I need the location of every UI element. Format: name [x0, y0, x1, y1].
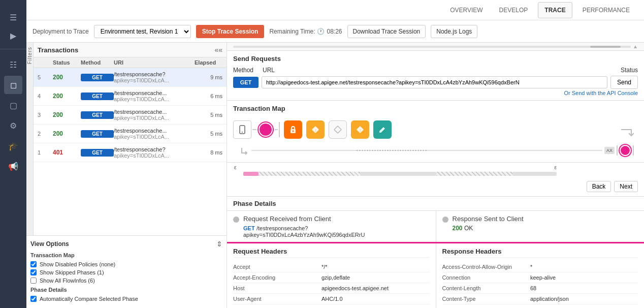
- sidebar-monitor-icon[interactable]: ▢: [4, 96, 22, 114]
- flow-phone-icon: [233, 120, 251, 139]
- status-label-header: Status: [621, 67, 638, 74]
- request-headers-title: Request Headers: [233, 248, 430, 258]
- circle-indicator: [259, 122, 273, 137]
- flow-routing2-icon[interactable]: ↕: [351, 120, 369, 139]
- remaining-time: Remaining Time: 🕐 08:26: [269, 28, 342, 35]
- timeline-bar-striped: [259, 172, 360, 176]
- show-disabled-checkbox[interactable]: [30, 261, 37, 267]
- table-row[interactable]: 5 200 GET /testresponsecache? apikey=sTI…: [34, 68, 227, 87]
- row-method-btn[interactable]: GET: [81, 111, 114, 119]
- phase-details-header: Phase Details: [227, 197, 644, 211]
- send-requests-title: Send Requests: [233, 55, 638, 63]
- header-value: 68: [530, 283, 638, 294]
- return-line: [251, 150, 602, 151]
- auto-compare-checkbox[interactable]: [30, 296, 37, 302]
- table-row[interactable]: 3 200 GET /testresponsecache... apikey=s…: [34, 106, 227, 125]
- next-button[interactable]: Next: [614, 181, 638, 192]
- transactions-table: 5 200 GET /testresponsecache? apikey=sTI…: [34, 68, 227, 235]
- nodejs-logs-button[interactable]: Node.js Logs: [431, 25, 477, 38]
- nav-develop[interactable]: DEVELOP: [493, 3, 534, 18]
- table-row[interactable]: 4 200 GET /testresponsecache... apikey=s…: [34, 87, 227, 106]
- flow-sep-vert: [617, 145, 618, 156]
- sidebar-publish-icon[interactable]: 📢: [4, 157, 22, 175]
- sidebar-learn-icon[interactable]: 🎓: [4, 137, 22, 155]
- svg-text:↕: ↕: [314, 128, 316, 133]
- flow-edit-icon[interactable]: [373, 120, 392, 139]
- header-value: application/json: [530, 294, 638, 304]
- transactions-panel: Transactions «« Status Method URI Elapse…: [34, 43, 227, 235]
- clock-icon: 🕐: [317, 28, 325, 35]
- header-value: gzip,deflate: [321, 272, 430, 283]
- nav-performance[interactable]: PERFORMANCE: [576, 3, 636, 18]
- row-status: 200: [53, 74, 81, 81]
- send-button[interactable]: Send: [610, 76, 638, 89]
- download-trace-button[interactable]: Download Trace Session: [347, 25, 426, 38]
- row-method-btn[interactable]: GET: [81, 74, 114, 81]
- header-name: Content-Type: [442, 294, 530, 304]
- transaction-map-section-title: Transaction Map: [30, 252, 222, 258]
- stop-trace-button[interactable]: Stop Trace Session: [196, 25, 265, 38]
- transactions-collapse-btn[interactable]: ««: [214, 46, 222, 54]
- header-value: keep-alive: [530, 272, 638, 283]
- svg-text:↕: ↕: [359, 128, 361, 133]
- header-value: apigeedocs-test.apigee.net: [321, 283, 430, 294]
- url-input[interactable]: [262, 76, 607, 88]
- flow-sep-vert2: [633, 145, 634, 156]
- send-method-button[interactable]: GET: [233, 77, 259, 88]
- row-method-btn[interactable]: GET: [81, 93, 114, 100]
- phase-details-section: Phase Details Request Received from Clie…: [227, 197, 644, 308]
- row-uri: /testresponsecache? apikey=sTI0DDxLcA...: [114, 71, 195, 83]
- deployment-select[interactable]: Environment test, Revision 1: [94, 25, 191, 38]
- sidebar-gear-icon[interactable]: ⚙: [4, 116, 22, 135]
- deployment-label: Deployment to Trace: [33, 28, 89, 35]
- timeline-container: ε ε: [233, 165, 638, 179]
- phase-dot-right: [442, 217, 448, 223]
- api-console-link[interactable]: Or Send with the API Console: [233, 90, 638, 96]
- checkbox-show-skipped: Show Skipped Phases (1): [30, 269, 222, 275]
- sidebar-api-icon[interactable]: ◻: [4, 76, 22, 94]
- view-options-header: View Options ⇕: [30, 240, 222, 248]
- row-method-btn[interactable]: GET: [81, 149, 114, 157]
- request-headers-col: Request Headers Accept */* Accept-Encodi…: [227, 243, 436, 308]
- nav-overview[interactable]: OVERVIEW: [444, 3, 489, 18]
- view-options-collapse-icon[interactable]: ⇕: [216, 240, 222, 248]
- main-content: OVERVIEW DEVELOP TRACE PERFORMANCE Deplo…: [26, 0, 644, 308]
- timeline-epsilon-left: ε: [234, 165, 236, 170]
- header-row: Accept-Encoding gzip,deflate: [233, 272, 430, 283]
- row-elapsed: 5 ms: [195, 131, 222, 137]
- flow-security-icon[interactable]: [284, 120, 302, 139]
- table-row[interactable]: 2 200 GET /testresponsecache... apikey=s…: [34, 125, 227, 143]
- right-panel: ▲ Send Requests Method URL Status GET Se…: [227, 43, 644, 308]
- top-nav: OVERVIEW DEVELOP TRACE PERFORMANCE: [26, 0, 644, 20]
- flow-passthrough-icon[interactable]: [329, 120, 347, 139]
- transaction-map-section: Transaction Map: [227, 101, 644, 163]
- table-row[interactable]: 1 401 GET /testresponsecache? apikey=sTI…: [34, 143, 227, 162]
- back-button[interactable]: Back: [587, 181, 611, 192]
- sidebar-expand-icon[interactable]: ▶: [4, 26, 22, 45]
- phase-details-section-title: Phase Details: [30, 287, 222, 293]
- timeline-bar-grey: [360, 172, 436, 176]
- row-num: 3: [38, 112, 53, 118]
- flow-routing-icon[interactable]: ↕: [306, 120, 325, 139]
- table-header: Status Method URI Elapsed: [34, 57, 227, 68]
- toolbar: Deployment to Trace Environment test, Re…: [26, 20, 644, 43]
- show-disabled-label: Show Disabled Policies (none): [40, 261, 115, 267]
- phase-col-left: Request Received from Client GET /testre…: [227, 211, 436, 242]
- row-elapsed: 8 ms: [195, 149, 222, 156]
- show-skipped-checkbox[interactable]: [30, 269, 37, 275]
- sidebar-menu-icon[interactable]: ☰: [4, 8, 22, 26]
- checkbox-show-flowinfos: Show All FlowInfos (6): [30, 278, 222, 284]
- auto-compare-label: Automatically Compare Selected Phase: [40, 296, 138, 302]
- timeline-bar-end: [512, 172, 557, 176]
- row-elapsed: 6 ms: [195, 93, 222, 99]
- phase-indicator-right: Response Sent to Client 200 OK: [442, 215, 638, 232]
- row-method-btn[interactable]: GET: [81, 130, 114, 138]
- nav-trace[interactable]: TRACE: [538, 2, 572, 18]
- header-name: User-Agent: [233, 294, 321, 304]
- flow-line: [252, 129, 256, 130]
- show-flowinfos-checkbox[interactable]: [30, 278, 37, 284]
- transaction-map-title: Transaction Map: [233, 105, 638, 112]
- header-row: Content-Type application/json: [442, 294, 638, 304]
- col-uri: URI: [114, 59, 195, 66]
- sidebar-grid-icon[interactable]: ☷: [4, 55, 22, 74]
